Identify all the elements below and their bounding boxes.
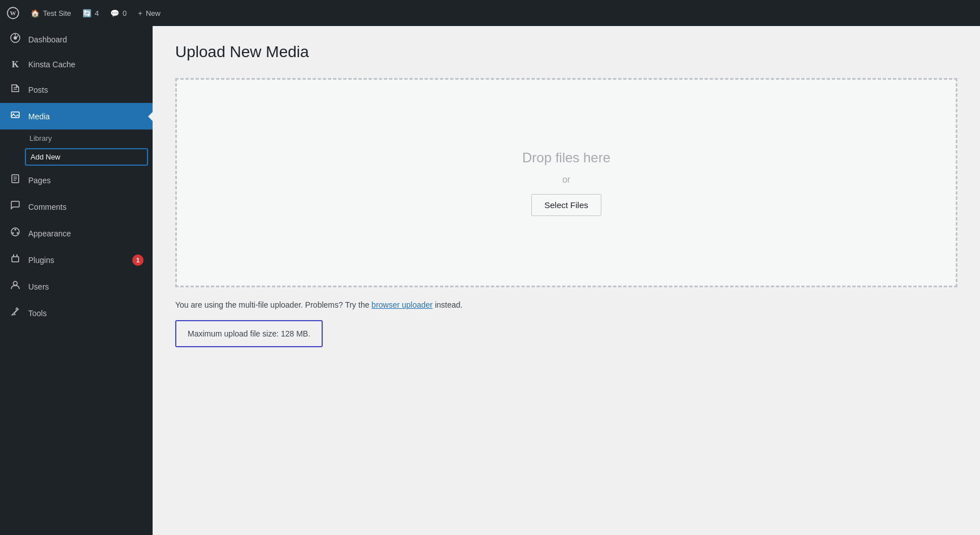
svg-rect-18	[12, 257, 19, 262]
sidebar-item-dashboard[interactable]: Dashboard	[0, 26, 153, 53]
pages-svg	[10, 174, 20, 184]
uploader-info-text: You are using the multi-file uploader. P…	[175, 299, 957, 311]
svg-rect-8	[11, 112, 19, 118]
posts-label: Posts	[28, 85, 144, 94]
svg-point-16	[17, 232, 19, 234]
upload-dropzone[interactable]: Drop files here or Select Files	[175, 78, 957, 287]
select-files-button[interactable]: Select Files	[531, 194, 601, 216]
new-label: New	[146, 9, 161, 18]
browser-uploader-link[interactable]: browser uploader	[371, 300, 432, 309]
home-icon: 🏠	[31, 9, 40, 18]
tools-label: Tools	[28, 309, 144, 318]
posts-svg	[10, 83, 20, 93]
users-svg	[10, 280, 20, 290]
media-svg	[10, 110, 20, 120]
dashboard-icon	[9, 33, 21, 46]
media-submenu: Library Add New	[0, 130, 153, 166]
wp-logo-icon: W	[7, 7, 19, 19]
svg-point-17	[12, 232, 14, 234]
wp-logo-button[interactable]: W	[7, 7, 19, 19]
updates-button[interactable]: 🔄 4	[83, 9, 99, 18]
plugins-svg	[10, 253, 20, 264]
comments-button[interactable]: 💬 0	[110, 9, 127, 18]
comments-menu-label: Comments	[28, 202, 144, 212]
svg-line-5	[17, 36, 18, 37]
info-text-after: instead.	[433, 300, 463, 309]
site-name-button[interactable]: 🏠 Test Site	[31, 9, 71, 18]
sidebar-item-pages[interactable]: Pages	[0, 167, 153, 193]
dashboard-svg	[10, 33, 20, 43]
drop-files-text: Drop files here	[522, 150, 610, 166]
sidebar-item-kinsta[interactable]: K Kinsta Cache	[0, 53, 153, 76]
sidebar-item-tools[interactable]: Tools	[0, 300, 153, 326]
svg-point-3	[14, 36, 17, 40]
submenu-add-new[interactable]: Add New	[25, 148, 148, 166]
sidebar-item-plugins[interactable]: Plugins 1	[0, 247, 153, 273]
svg-point-23	[14, 282, 18, 286]
appearance-svg	[10, 227, 20, 237]
admin-bar: W 🏠 Test Site 🔄 4 💬 0 + New	[0, 0, 980, 26]
plus-icon: +	[138, 9, 142, 18]
dashboard-label: Dashboard	[28, 35, 144, 44]
plugins-label: Plugins	[28, 256, 125, 265]
posts-icon	[9, 83, 21, 96]
updates-count: 4	[95, 9, 99, 18]
submenu-library[interactable]: Library	[0, 130, 153, 147]
svg-text:W: W	[10, 10, 16, 16]
max-size-label: Maximum upload file size: 128 MB.	[188, 329, 310, 338]
page-title: Upload New Media	[175, 43, 957, 61]
site-name-label: Test Site	[43, 9, 71, 18]
kinsta-label: Kinsta Cache	[28, 60, 144, 69]
plugins-badge: 1	[132, 254, 144, 266]
pages-label: Pages	[28, 176, 144, 185]
add-new-label: Add New	[31, 153, 60, 161]
new-content-button[interactable]: + New	[138, 9, 161, 18]
media-label: Media	[28, 112, 144, 121]
media-icon	[9, 110, 21, 123]
tools-svg	[10, 307, 20, 317]
sidebar-item-media[interactable]: Media	[0, 103, 153, 130]
users-icon	[9, 280, 21, 293]
sidebar-item-users[interactable]: Users	[0, 273, 153, 300]
plugins-icon	[9, 253, 21, 266]
users-label: Users	[28, 282, 144, 291]
main-content: Upload New Media Drop files here or Sele…	[153, 26, 980, 535]
updates-icon: 🔄	[83, 9, 92, 18]
appearance-icon	[9, 227, 21, 240]
info-text-before: You are using the multi-file uploader. P…	[175, 300, 371, 309]
appearance-label: Appearance	[28, 229, 144, 238]
sidebar-item-comments[interactable]: Comments	[0, 193, 153, 220]
comments-menu-icon	[9, 200, 21, 213]
pages-icon	[9, 174, 21, 187]
tools-icon	[9, 307, 21, 320]
comments-count: 0	[123, 9, 127, 18]
comments-svg	[10, 200, 20, 210]
library-label: Library	[29, 134, 52, 143]
sidebar-item-posts[interactable]: Posts	[0, 76, 153, 103]
sidebar: Dashboard K Kinsta Cache Posts	[0, 26, 153, 535]
sidebar-item-appearance[interactable]: Appearance	[0, 220, 153, 247]
max-upload-size-box: Maximum upload file size: 128 MB.	[175, 320, 323, 347]
kinsta-icon: K	[9, 59, 21, 70]
svg-point-15	[15, 229, 16, 231]
or-text: or	[562, 175, 570, 185]
comments-icon: 💬	[110, 9, 119, 18]
